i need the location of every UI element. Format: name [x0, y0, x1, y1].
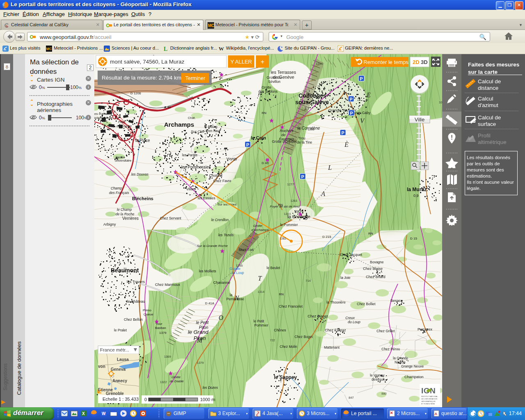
- svg-text:Chez Grillet: Chez Grillet: [377, 329, 395, 333]
- svg-text:Chez Bellon: Chez Bellon: [124, 317, 143, 322]
- svg-text:le Beulet: le Beulet: [267, 266, 281, 270]
- svg-text:Grotte: Grotte: [253, 224, 262, 228]
- svg-text:d'Archamps: d'Archamps: [251, 228, 269, 232]
- svg-text:Beaumont: Beaumont: [111, 267, 139, 274]
- svg-text:la Thouvière: la Thouvière: [326, 300, 346, 304]
- svg-text:Chez Francelet: Chez Francelet: [279, 304, 303, 308]
- svg-text:3D: 3D: [421, 59, 428, 65]
- svg-text:Archamps: Archamps: [164, 121, 194, 128]
- svg-text:A: A: [321, 190, 325, 197]
- svg-text:1175: 1175: [296, 210, 304, 213]
- svg-text:M: M: [196, 337, 203, 344]
- svg-text:1087: 1087: [439, 100, 442, 104]
- svg-text:international: international: [94, 116, 112, 120]
- svg-text:D 15: D 15: [410, 237, 417, 240]
- svg-text:0,9: 0,9: [413, 194, 419, 198]
- svg-text:Primo: Primo: [143, 308, 151, 312]
- svg-text:880: 880: [381, 392, 387, 395]
- svg-text:A 40: A 40: [164, 105, 171, 109]
- svg-text:Grotte: Grotte: [262, 85, 272, 89]
- svg-text:S: S: [6, 24, 8, 28]
- svg-text:Rochers: Rochers: [280, 129, 294, 133]
- svg-text:Sur la Grande Roche: Sur la Grande Roche: [197, 244, 228, 248]
- svg-text:les Tezels: les Tezels: [218, 233, 234, 237]
- svg-text:de: de: [281, 133, 285, 137]
- svg-text:Collonges-: Collonges-: [299, 92, 329, 99]
- svg-text:les Parais: les Parais: [182, 153, 197, 157]
- svg-text:W: W: [102, 411, 106, 416]
- svg-text:Chât.: Chât.: [188, 116, 196, 120]
- svg-text:Piton: Piton: [199, 325, 208, 330]
- svg-text:3,7: 3,7: [304, 107, 310, 111]
- svg-text:Voyrgy: Voyrgy: [226, 157, 237, 161]
- svg-text:sous-Salève: sous-Salève: [295, 99, 329, 105]
- svg-text:L: L: [328, 164, 332, 171]
- svg-text:Villard: Villard: [186, 187, 196, 191]
- svg-text:Pommier: Pommier: [254, 323, 268, 327]
- svg-text:Arbigny: Arbigny: [103, 222, 116, 226]
- svg-text:Chotard: Chotard: [209, 173, 222, 178]
- svg-text:DE L'INFORMATION: DE L'INFORMATION: [421, 398, 437, 400]
- svg-text:X: X: [82, 411, 85, 416]
- svg-text:INSTITUT NATIONAL: INSTITUT NATIONAL: [421, 395, 438, 397]
- svg-text:Geneva: Geneva: [111, 367, 126, 372]
- svg-text:Y ALLER: Y ALLER: [231, 59, 252, 65]
- svg-text:Grotte: Grotte: [171, 375, 181, 379]
- svg-text:Remonter le temps: Remonter le temps: [363, 59, 409, 65]
- svg-text:D 41A: D 41A: [205, 301, 215, 305]
- svg-text:Chez Molin: Chez Molin: [280, 345, 297, 349]
- svg-text:Chez Favre: Chez Favre: [213, 179, 231, 183]
- svg-text:1244: 1244: [316, 62, 323, 66]
- svg-text:1277: 1277: [287, 183, 294, 186]
- svg-text:le Champ: le Champ: [117, 208, 132, 212]
- svg-text:GÉOGRAPHIQUE: GÉOGRAPHIQUE: [421, 400, 436, 402]
- svg-text:Champaton: Champaton: [404, 375, 424, 379]
- svg-text:les Pommeraies: les Pommeraies: [181, 165, 211, 169]
- svg-text:la: la: [230, 293, 233, 297]
- svg-text:Creux: Creux: [345, 316, 355, 320]
- svg-text:Lausa: Lausa: [117, 357, 129, 362]
- svg-text:P: P: [301, 174, 304, 179]
- svg-text:Bovagne: Bovagne: [370, 260, 384, 264]
- svg-text:+: +: [260, 58, 264, 65]
- svg-text:Perravex: Perravex: [418, 327, 433, 331]
- svg-text:RN: RN: [279, 292, 284, 296]
- svg-text:2D: 2D: [413, 59, 420, 65]
- svg-text:Chavanne: Chavanne: [213, 281, 230, 285]
- svg-text:Chez Dianet: Chez Dianet: [308, 314, 328, 318]
- svg-text:les Terrasses: les Terrasses: [271, 70, 296, 75]
- svg-text:1379: 1379: [159, 331, 167, 335]
- svg-text:Echelle 1 : 35.433: Echelle 1 : 35.433: [103, 397, 139, 402]
- svg-text:le Coin: le Coin: [251, 135, 266, 140]
- svg-text:le Petit: le Petit: [253, 319, 265, 323]
- svg-text:1263: 1263: [290, 199, 297, 203]
- svg-text:1314: 1314: [258, 290, 265, 294]
- svg-text:Sévillon: Sévillon: [268, 80, 281, 84]
- svg-text:Foyer de ski de fond: Foyer de ski de fond: [270, 205, 300, 208]
- svg-text:Pont: Pont: [118, 120, 125, 124]
- svg-text:les Essaies: les Essaies: [198, 196, 215, 200]
- svg-text:Grange Neuve: Grange Neuve: [401, 364, 424, 368]
- svg-text:le Grand: le Grand: [188, 329, 209, 335]
- svg-text:Chez Briard: Chez Briard: [366, 275, 386, 279]
- svg-text:1255: 1255: [236, 264, 243, 267]
- svg-text:Chênes: Chênes: [274, 328, 286, 332]
- svg-text:Chez Boget: Chez Boget: [294, 335, 313, 339]
- svg-text:E: E: [366, 91, 371, 98]
- svg-text:Faverges: Faverges: [279, 137, 294, 141]
- svg-text:Chez Blaise: Chez Blaise: [363, 267, 383, 271]
- svg-text:RN: RN: [262, 111, 267, 115]
- svg-text:Chez Marmoux: Chez Marmoux: [155, 283, 180, 287]
- svg-text:Champ: Champ: [111, 186, 122, 190]
- svg-text:es d'affaires: es d'affaires: [94, 112, 112, 116]
- svg-text:1282: 1282: [280, 237, 286, 240]
- svg-text:Blécheins: Blécheins: [132, 196, 153, 201]
- svg-text:de la Tine: de la Tine: [297, 140, 312, 144]
- svg-text:ET FORESTIÈRE: ET FORESTIÈRE: [421, 403, 435, 405]
- svg-text:du Diable: du Diable: [170, 379, 184, 383]
- svg-text:la Grande: la Grande: [393, 356, 409, 360]
- svg-text:Résultat de la mesure: 2.794: Résultat de la mesure: 2.794 km: [102, 75, 181, 81]
- svg-text:le Crenillon: le Crenillon: [211, 218, 229, 222]
- svg-text:Chez Pérou: Chez Pérou: [381, 347, 400, 351]
- svg-text:da Combe: da Combe: [116, 124, 132, 128]
